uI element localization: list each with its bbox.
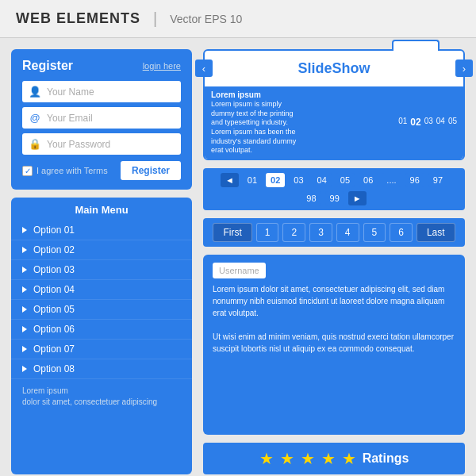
page-96[interactable]: 96 [405,173,424,187]
page2-4[interactable]: 4 [336,223,359,242]
slideshow-footer: Lorem ipsum Lorem ipsum is simply dummy … [205,86,463,159]
ratings-label: Ratings [363,451,409,466]
terms-left: ✓ I agree with Terms [22,166,108,176]
arrow-icon-2 [22,247,27,253]
menu-item-7[interactable]: Option 07 [11,340,192,359]
user-card: Username Lorem ipsum dolor sit amet, con… [203,255,465,435]
register-button[interactable]: Register [121,161,181,180]
password-placeholder: Your Password [47,139,110,150]
slideshow: ‹ SlideShow › Lorem ipsum Lorem ipsum is… [203,49,465,160]
register-form: Register login here 👤 Your Name @ Your E… [11,49,192,190]
arrow-icon-8 [22,366,27,372]
email-icon: @ [29,112,41,124]
slideshow-lorem: Lorem ipsum Lorem ipsum is simply dummy … [211,90,306,155]
page-06[interactable]: 06 [359,173,378,187]
page-05[interactable]: 05 [336,173,355,187]
menu-label-3: Option 03 [33,264,75,275]
star-3[interactable]: ★ [301,449,315,468]
page2-2[interactable]: 2 [282,223,305,242]
main-layout: Register login here 👤 Your Name @ Your E… [0,38,476,474]
slideshow-inner: ‹ SlideShow › [205,51,463,86]
menu-footer-line1: Lorem ipsum [22,386,181,397]
dot-5[interactable]: 05 [448,117,457,128]
pagination-next[interactable]: ► [348,191,367,205]
menu-label-5: Option 05 [33,304,75,315]
dot-4[interactable]: 04 [436,117,445,128]
terms-checkbox[interactable]: ✓ [22,166,33,176]
header-title: WEB ELEMENTS [16,10,140,27]
page-97[interactable]: 97 [428,173,447,187]
page-98[interactable]: 98 [301,191,321,205]
left-column: Register login here 👤 Your Name @ Your E… [11,49,192,474]
name-field[interactable]: 👤 Your Name [22,81,181,102]
password-field[interactable]: 🔒 Your Password [22,133,181,155]
menu-label-8: Option 08 [33,363,75,374]
pagination2-bar: First 1 2 3 4 5 6 Last [203,218,465,247]
user-description: Lorem ipsum dolor sit amet, consectetuer… [213,283,455,355]
name-placeholder: Your Name [47,86,94,98]
menu-label-6: Option 06 [33,324,75,335]
arrow-icon-6 [22,326,27,332]
ratings-bar: ★ ★ ★ ★ ★ Ratings [203,443,465,474]
slideshow-next-button[interactable]: › [455,60,473,77]
menu-label-1: Option 01 [33,225,75,236]
lock-icon: 🔒 [29,138,41,150]
arrow-icon-7 [22,346,27,352]
dot-1[interactable]: 01 [398,117,407,128]
username-field[interactable]: Username [213,263,266,278]
header: WEB ELEMENTS | Vector EPS 10 [0,0,476,38]
page2-1[interactable]: 1 [256,223,279,242]
login-link[interactable]: login here [143,61,181,71]
email-field[interactable]: @ Your Email [22,107,181,129]
arrow-icon-5 [22,306,27,313]
star-5[interactable]: ★ [342,449,356,468]
lorem-title: Lorem ipsum [211,90,306,100]
page-02[interactable]: 02 [266,173,285,187]
arrow-icon-3 [22,267,27,273]
menu-label-4: Option 04 [33,284,75,295]
register-title: Register [22,59,73,73]
menu-item-4[interactable]: Option 04 [11,280,192,300]
menu-item-1[interactable]: Option 01 [11,221,192,240]
terms-row: ✓ I agree with Terms Register [22,161,181,180]
menu-item-2[interactable]: Option 02 [11,240,192,260]
menu-item-6[interactable]: Option 06 [11,320,192,340]
menu-footer: Lorem ipsum dolor sit amet, consectetuer… [11,379,192,408]
lorem-text: Lorem ipsum is simply dummy text of the … [211,100,306,155]
star-4[interactable]: ★ [321,449,336,468]
menu-item-3[interactable]: Option 03 [11,260,192,280]
dot-2[interactable]: 02 [410,117,420,128]
page2-3[interactable]: 3 [309,223,332,242]
page-ellipsis: .... [382,173,401,187]
dot-3[interactable]: 03 [424,117,433,128]
page-99[interactable]: 99 [325,191,344,205]
menu-label-2: Option 02 [33,244,75,255]
pagination-prev[interactable]: ◄ [221,173,239,187]
register-header: Register login here [22,59,181,73]
star-1[interactable]: ★ [259,449,274,468]
menu-item-5[interactable]: Option 05 [11,300,192,320]
menu-label-7: Option 07 [33,344,75,355]
page-04[interactable]: 04 [313,173,332,187]
arrow-icon-1 [22,227,27,233]
email-placeholder: Your Email [47,113,93,124]
menu-footer-line2: dolor sit amet, consectetuer adipiscing [22,397,181,408]
menu-title: Main Menu [11,204,192,216]
slideshow-prev-button[interactable]: ‹ [195,60,213,77]
page-01[interactable]: 01 [243,173,262,187]
header-subtitle: Vector EPS 10 [170,13,242,25]
star-2[interactable]: ★ [280,449,294,468]
terms-label: I agree with Terms [36,166,108,175]
slideshow-dots: 01 02 03 04 05 [398,117,457,128]
menu-item-8[interactable]: Option 08 [11,359,192,379]
page2-6[interactable]: 6 [390,223,413,242]
slideshow-tab [392,40,440,51]
page-03[interactable]: 03 [289,173,308,187]
checkbox-check-icon: ✓ [25,167,31,175]
first-button[interactable]: First [213,223,251,242]
header-divider: | [153,10,157,28]
page2-5[interactable]: 5 [363,223,386,242]
right-column: ‹ SlideShow › Lorem ipsum Lorem ipsum is… [192,49,465,474]
last-button[interactable]: Last [416,223,455,242]
slideshow-title: SlideShow [298,60,370,77]
